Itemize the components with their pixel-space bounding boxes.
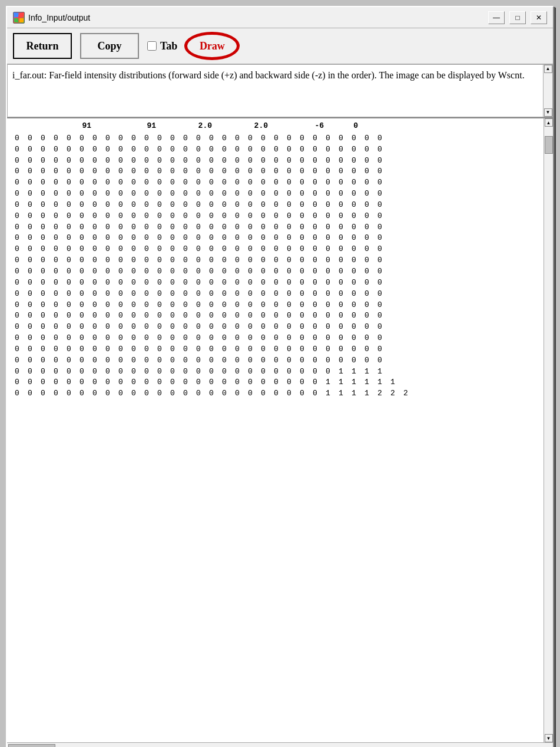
data-cell: 0	[309, 166, 322, 177]
data-cell: 0	[373, 156, 386, 167]
data-cell: 0	[283, 177, 296, 189]
data-cell: 0	[166, 310, 179, 322]
data-cell: 0	[218, 366, 231, 378]
data-cell: 0	[373, 200, 386, 211]
data-cell: 0	[257, 133, 270, 144]
scrollbar-thumb[interactable]	[545, 136, 553, 154]
data-cell: 0	[75, 388, 88, 399]
data-cell: 0	[244, 277, 257, 289]
data-scrollbar[interactable]: ▲ ▼	[544, 118, 553, 742]
data-cell: 0	[192, 222, 205, 233]
data-cell: 0	[231, 233, 244, 244]
data-cell: 0	[270, 233, 283, 244]
copy-button[interactable]: Copy	[80, 33, 139, 59]
data-cell: 0	[218, 211, 231, 222]
data-cell: 0	[244, 222, 257, 233]
header-col-1: 91	[11, 121, 96, 132]
data-cell: 0	[127, 222, 140, 233]
data-cell: 0	[296, 233, 309, 244]
minimize-button[interactable]: —	[488, 11, 505, 24]
svg-rect-0	[14, 13, 18, 17]
data-cell: 1	[334, 388, 347, 399]
data-cell: 0	[231, 189, 244, 200]
svg-rect-1	[19, 13, 24, 17]
data-cell: 0	[114, 277, 127, 289]
table-row: 00000000000000000000000000000	[11, 333, 540, 344]
data-cell: 0	[24, 377, 37, 388]
data-cell: 0	[37, 255, 49, 266]
data-cell: 0	[270, 177, 283, 189]
data-cell: 0	[205, 144, 218, 156]
data-cell: 0	[270, 277, 283, 289]
data-cell: 0	[88, 222, 101, 233]
data-cell: 0	[75, 344, 88, 355]
table-row: 00000000000000000000000000000	[11, 277, 540, 289]
table-row: 00000000000000000000000000000	[11, 156, 540, 167]
scroll-up-arrow[interactable]: ▲	[544, 65, 552, 73]
data-cell: 0	[153, 333, 166, 344]
table-row: 0000000000000000000000001111222	[11, 388, 540, 399]
data-cell: 0	[218, 233, 231, 244]
data-cell: 0	[75, 322, 88, 333]
data-cell: 0	[296, 255, 309, 266]
description-scrollbar[interactable]: ▲ ▼	[543, 65, 552, 117]
bottom-scrollbar[interactable]	[7, 742, 553, 747]
data-cell: 0	[114, 222, 127, 233]
data-cell: 0	[270, 322, 283, 333]
data-cell: 0	[322, 310, 334, 322]
data-cell: 0	[257, 211, 270, 222]
data-area: 91 91 2.0 2.0 -6 0 000000000000000000000…	[7, 117, 553, 742]
draw-button[interactable]: Draw	[185, 33, 238, 59]
data-cell: 0	[49, 144, 62, 156]
data-cell: 0	[114, 388, 127, 399]
scroll-down-arrow[interactable]: ▼	[544, 108, 552, 117]
data-cell: 0	[360, 322, 373, 333]
data-cell: 0	[257, 244, 270, 255]
data-cell: 0	[231, 133, 244, 144]
data-cell: 0	[322, 255, 334, 266]
data-scroll-down[interactable]: ▼	[545, 734, 553, 742]
data-cell: 0	[270, 266, 283, 277]
tab-label[interactable]: Tab	[160, 40, 177, 52]
data-cell: 0	[75, 177, 88, 189]
data-cell: 0	[24, 144, 37, 156]
data-cell: 0	[231, 277, 244, 289]
data-cell: 0	[309, 266, 322, 277]
data-cell: 0	[179, 266, 192, 277]
data-cell: 0	[192, 244, 205, 255]
data-cell: 0	[322, 266, 334, 277]
return-button[interactable]: Return	[13, 33, 72, 59]
svg-rect-2	[14, 18, 18, 22]
data-cell: 0	[75, 233, 88, 244]
data-cell: 0	[88, 355, 101, 366]
data-cell: 0	[166, 366, 179, 378]
data-cell: 0	[75, 377, 88, 388]
data-cell: 0	[179, 377, 192, 388]
data-cell: 0	[114, 266, 127, 277]
data-cell: 0	[296, 189, 309, 200]
h-scroll-thumb[interactable]	[8, 744, 55, 748]
data-cell: 0	[37, 344, 49, 355]
data-cell: 1	[322, 377, 334, 388]
data-scroll-up[interactable]: ▲	[545, 118, 553, 127]
data-cell: 0	[296, 277, 309, 289]
data-cell: 0	[179, 277, 192, 289]
title-bar-left: Info_Input/output	[13, 12, 90, 24]
close-button[interactable]: ✕	[531, 11, 547, 24]
tab-checkbox[interactable]	[147, 41, 157, 51]
data-cell: 0	[205, 310, 218, 322]
data-cell: 0	[205, 344, 218, 355]
data-cell: 0	[49, 244, 62, 255]
data-cell: 0	[322, 156, 334, 167]
main-window: Info_Input/output — □ ✕ Return Copy Tab …	[6, 6, 554, 747]
data-cell: 0	[296, 355, 309, 366]
data-cell: 0	[114, 166, 127, 177]
data-cell: 0	[257, 344, 270, 355]
data-cell: 1	[347, 377, 360, 388]
data-cell: 0	[101, 322, 114, 333]
data-cell: 0	[11, 344, 24, 355]
data-cell: 0	[127, 289, 140, 300]
data-cell: 0	[62, 233, 75, 244]
data-cell: 0	[114, 144, 127, 156]
maximize-button[interactable]: □	[509, 11, 526, 24]
